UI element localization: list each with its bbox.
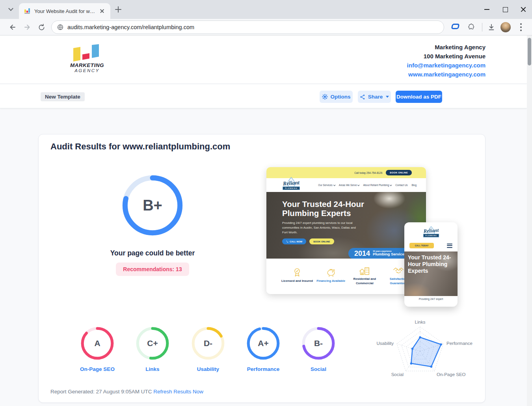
recommendations-badge[interactable]: Recommendations: 13 — [116, 263, 189, 276]
overall-grade-gauge: B+ — [121, 173, 184, 237]
social-link[interactable]: Social — [311, 366, 326, 372]
onpage-seo-link[interactable]: On-Page SEO — [80, 366, 115, 372]
page-scrollbar — [527, 35, 532, 406]
feature-licensed: Licensed and Insured — [281, 267, 314, 283]
site-info-globe-icon[interactable] — [57, 24, 63, 30]
banner-year: 2014 — [354, 250, 370, 258]
preview-call-text: Call today 254-754-8126 — [354, 171, 382, 174]
agency-website-link[interactable]: www.marketingagency.com — [407, 70, 485, 79]
preview-nav-item: Our Services — [318, 184, 335, 186]
preview-nav-item: About Reliant Plumbing — [363, 184, 391, 186]
mobile-tail-text: Providing 24/7 expert — [404, 298, 458, 300]
audit-results-card: Audit Results for www.reliantplumbing.co… — [38, 134, 485, 403]
tab-close-icon[interactable] — [99, 8, 105, 14]
performance-gauge: A+ — [246, 326, 281, 361]
preview-features: Licensed and Insured Financing Available… — [266, 259, 426, 294]
agency-address: 100 Marketing Avenue — [407, 52, 485, 61]
chevron-down-icon — [386, 96, 389, 98]
links-link[interactable]: Links — [145, 366, 159, 372]
reliant-logo-mobile: Reliant PLUMBING — [419, 228, 443, 239]
extensions-puzzle-icon[interactable] — [465, 22, 476, 33]
url-text: audits.marketing-agency.com/reliantplumb… — [67, 24, 194, 30]
options-label: Options — [331, 94, 351, 100]
performance-link[interactable]: Performance — [247, 366, 280, 372]
report-generated-text: Report Generated: 27 August 9:05AM UTC — [50, 389, 152, 395]
tab-strip: Your Website Audit for www.rel — [0, 0, 532, 19]
mobile-hero-heading: Your Trusted 24-Hour Plumbing Experts — [408, 254, 454, 274]
svg-text:On-Page SEO: On-Page SEO — [437, 372, 466, 377]
new-tab-button[interactable] — [114, 6, 122, 13]
onpage-seo-gauge: A — [80, 326, 115, 361]
mobile-hero: Your Trusted 24-Hour Plumbing Experts — [404, 251, 458, 296]
mobile-call-today-button: CALL TODAY — [409, 243, 434, 248]
downloads-icon[interactable] — [486, 22, 497, 33]
handshake-icon — [392, 265, 404, 276]
score-performance: A+ Performance — [242, 326, 285, 372]
category-radar-chart: LinksPerformanceOn-Page SEOSocialUsabili… — [373, 314, 487, 383]
logo-name: MARKETING — [68, 62, 106, 68]
new-template-chip[interactable]: New Template — [41, 92, 85, 101]
preview-book-online-button: BOOK ONLINE — [309, 238, 334, 244]
window-controls — [484, 0, 526, 19]
svg-text:Links: Links — [415, 320, 426, 324]
overall-message: Your page could be better — [93, 249, 212, 257]
page-body: MARKETING AGENCY Marketing Agency 100 Ma… — [0, 35, 527, 406]
preview-nav-item: Contact Us — [395, 184, 407, 186]
close-window-button[interactable] — [520, 6, 526, 13]
preview-hero-text: Providing 24/7 expert plumbing services … — [282, 221, 360, 235]
barchart-logo-icon — [69, 44, 105, 62]
share-icon — [360, 94, 365, 100]
piggy-bank-icon — [326, 267, 337, 278]
browser-menu-icon[interactable] — [518, 22, 524, 32]
links-gauge: C+ — [135, 326, 170, 361]
site-header: MARKETING AGENCY Marketing Agency 100 Ma… — [0, 35, 527, 84]
reload-button[interactable] — [36, 22, 47, 33]
recommendations-wrap: Recommendations: 13 — [93, 263, 212, 276]
browser-window: Your Website Audit for www.rel audits.ma… — [0, 0, 532, 406]
preview-hero-heading: Your Trusted 24-Hour Plumbing Experts — [282, 200, 371, 218]
tab-title: Your Website Audit for www.rel — [34, 8, 97, 14]
agency-name: Marketing Agency — [407, 43, 485, 52]
scrollbar-thumb[interactable] — [528, 38, 531, 65]
share-button[interactable]: Share — [358, 91, 391, 103]
preview-book-online-pill: BOOK ONLINE — [386, 170, 412, 175]
tab-search-chevron-icon[interactable] — [9, 7, 13, 11]
favicon-barchart-icon — [24, 8, 31, 14]
score-onpage-seo: A On-Page SEO — [76, 326, 119, 372]
toolbar-divider — [482, 23, 482, 32]
reliant-logo: Reliant PLUMBING — [278, 179, 304, 192]
maximize-button[interactable] — [502, 6, 508, 13]
hamburger-menu-icon — [447, 244, 452, 248]
reliant-logo-sub: PLUMBING — [283, 186, 300, 190]
score-links: C+ Links — [131, 326, 174, 372]
preview-nav: Reliant PLUMBING Our Services Areas We S… — [266, 178, 426, 192]
download-pdf-button[interactable]: Download as PDF — [396, 91, 442, 103]
feature-residential: Residential and Commercial — [348, 265, 381, 285]
action-bar: New Template Options Share — [0, 84, 527, 108]
desktop-site-preview: Call today 254-754-8126 BOOK ONLINE Reli… — [266, 167, 426, 294]
profile-avatar[interactable] — [500, 22, 511, 32]
report-footer: Report Generated: 27 August 9:05AM UTC R… — [50, 389, 203, 395]
mobile-site-preview: Reliant PLUMBING CALL TODAY Your Trusted… — [404, 222, 458, 307]
svg-text:Performance: Performance — [446, 341, 472, 346]
svg-text:Usability: Usability — [377, 341, 394, 346]
refresh-results-link[interactable]: Refresh Results Now — [153, 389, 203, 395]
agency-email-link[interactable]: info@marketingagency.com — [407, 61, 485, 70]
forward-button[interactable] — [22, 22, 33, 33]
preview-call-now-button: CALL NOW — [282, 238, 306, 244]
browser-tab[interactable]: Your Website Audit for www.rel — [19, 3, 110, 19]
usability-link[interactable]: Usability — [197, 366, 219, 372]
agency-contact-block: Marketing Agency 100 Marketing Avenue in… — [407, 43, 485, 79]
svg-text:Social: Social — [391, 372, 404, 377]
marketing-agency-logo: MARKETING AGENCY — [68, 44, 106, 73]
logo-sub: AGENCY — [68, 68, 106, 73]
url-bar[interactable]: audits.marketing-agency.com/reliantplumb… — [51, 20, 444, 34]
back-button[interactable] — [7, 22, 18, 33]
preview-nav-item: Blog — [411, 184, 417, 186]
medal-icon — [292, 267, 303, 278]
minimize-button[interactable] — [484, 6, 490, 13]
banner-large-text: Plumbing Services — [373, 252, 406, 257]
page-title: Audit Results for www.reliantplumbing.co… — [50, 142, 230, 152]
options-button[interactable]: Options — [320, 91, 353, 103]
phone-icon — [286, 240, 288, 243]
